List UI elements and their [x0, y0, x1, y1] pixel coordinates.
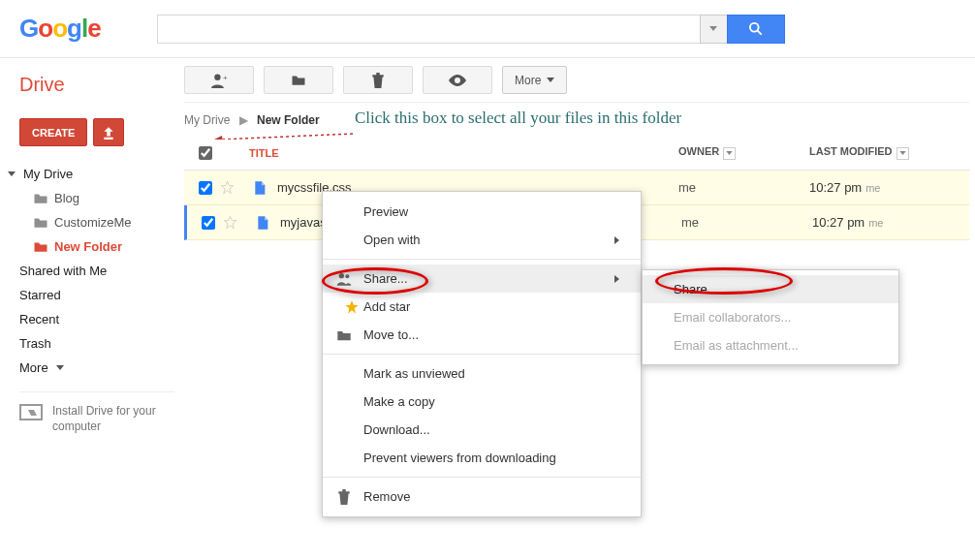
nav-my-drive[interactable]: My Drive — [19, 162, 174, 186]
eye-icon — [449, 75, 466, 86]
column-last-modified[interactable]: LAST MODIFIED — [809, 145, 909, 160]
breadcrumb-root[interactable]: My Drive — [184, 113, 230, 127]
annotation-hint: Click this box to select all your files … — [355, 109, 681, 128]
nav-folder-customizeme[interactable]: CustomizeMe — [33, 210, 174, 234]
menu-divider — [323, 259, 641, 260]
chevron-down-icon — [56, 365, 64, 370]
svg-point-6 — [339, 273, 344, 278]
create-button[interactable]: CREATE — [19, 118, 87, 146]
menu-preview[interactable]: Preview — [323, 198, 641, 226]
menu-move-to[interactable]: Move to... — [323, 321, 641, 349]
preview-button[interactable] — [423, 66, 492, 94]
star-icon[interactable] — [220, 180, 235, 195]
drive-install-icon — [19, 404, 43, 423]
folder-icon — [33, 192, 48, 204]
search-icon — [748, 21, 763, 36]
trash-icon — [336, 489, 352, 505]
menu-add-star[interactable]: Add star — [323, 293, 641, 321]
svg-line-1 — [757, 30, 761, 34]
file-icon — [255, 215, 270, 231]
nav-recent[interactable]: Recent — [19, 307, 174, 331]
menu-download[interactable]: Download... — [323, 416, 641, 444]
file-owner: me — [681, 215, 699, 230]
chevron-down-icon[interactable] — [896, 147, 909, 160]
file-icon — [252, 180, 267, 196]
folder-icon — [336, 327, 352, 343]
svg-point-0 — [750, 23, 759, 32]
people-icon — [336, 271, 352, 287]
nav-folder-blog[interactable]: Blog — [33, 186, 174, 210]
add-person-button[interactable]: + — [184, 66, 254, 94]
svg-point-2 — [214, 74, 220, 79]
nav-trash[interactable]: Trash — [19, 331, 174, 356]
search-options-dropdown[interactable] — [700, 15, 727, 44]
install-drive-link[interactable]: Install Drive for your computer — [52, 404, 174, 434]
breadcrumb: My Drive ▶ New Folder — [184, 113, 320, 127]
more-label: More — [515, 74, 541, 87]
folder-button[interactable] — [264, 66, 333, 94]
menu-mark-unviewed[interactable]: Mark as unviewed — [323, 359, 641, 388]
chevron-right-icon — [614, 236, 619, 244]
menu-share[interactable]: Share... — [323, 264, 641, 293]
breadcrumb-current[interactable]: New Folder — [257, 113, 320, 127]
svg-text:+: + — [223, 74, 228, 82]
folder-icon — [33, 240, 48, 253]
menu-make-copy[interactable]: Make a copy — [323, 388, 641, 416]
menu-divider — [323, 477, 641, 478]
column-title[interactable]: TITLE — [249, 147, 279, 159]
search-button[interactable] — [727, 15, 785, 44]
share-submenu: Share... Email collaborators... Email as… — [642, 269, 899, 365]
chevron-right-icon — [614, 275, 619, 283]
trash-icon — [371, 73, 385, 88]
app-name[interactable]: Drive — [19, 74, 65, 96]
context-menu: Preview Open with Share... Add star Move… — [322, 191, 642, 517]
person-plus-icon: + — [209, 73, 229, 88]
chevron-right-icon: ▶ — [239, 113, 248, 127]
file-modified: 10:27 pmme — [812, 215, 883, 230]
folder-icon — [291, 74, 306, 86]
menu-open-with[interactable]: Open with — [323, 226, 641, 254]
folder-icon — [33, 216, 48, 229]
nav-shared-with-me[interactable]: Shared with Me — [19, 259, 174, 283]
submenu-email-attachment: Email as attachment... — [643, 331, 898, 359]
delete-button[interactable] — [343, 66, 413, 94]
nav-more[interactable]: More — [19, 356, 174, 380]
menu-prevent-download[interactable]: Prevent viewers from downloading — [323, 444, 641, 472]
upload-button[interactable] — [93, 118, 124, 146]
chevron-down-icon — [8, 171, 16, 176]
star-icon — [344, 299, 360, 315]
svg-point-7 — [345, 274, 349, 278]
nav-starred[interactable]: Starred — [19, 283, 174, 307]
google-logo[interactable]: Google — [19, 14, 101, 44]
select-all-checkbox[interactable] — [199, 146, 212, 160]
search-input[interactable] — [157, 15, 700, 44]
chevron-down-icon[interactable] — [723, 147, 736, 160]
file-modified: 10:27 pmme — [809, 180, 880, 195]
menu-divider — [323, 354, 641, 355]
column-owner[interactable]: OWNER — [678, 145, 736, 160]
submenu-email-collaborators: Email collaborators... — [643, 303, 898, 331]
star-icon[interactable] — [223, 215, 237, 230]
file-owner: me — [678, 180, 696, 195]
row-checkbox[interactable] — [199, 181, 212, 195]
submenu-share[interactable]: Share... — [643, 275, 898, 303]
table-header: TITLE OWNER LAST MODIFIED — [184, 136, 969, 171]
upload-icon — [102, 126, 115, 140]
row-checkbox[interactable] — [202, 216, 215, 230]
more-button[interactable]: More — [502, 66, 567, 94]
nav-folder-new-folder[interactable]: New Folder — [33, 234, 174, 259]
menu-remove[interactable]: Remove — [323, 482, 641, 511]
chevron-down-icon — [547, 78, 554, 82]
